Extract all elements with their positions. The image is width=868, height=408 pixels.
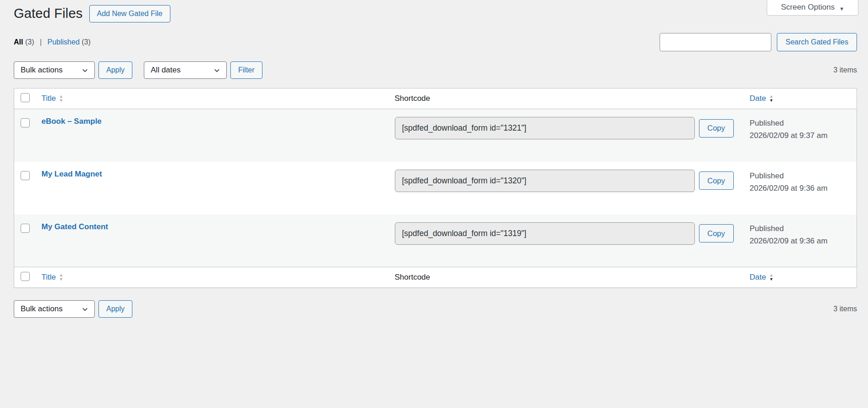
title-column-footer: Title ▲ ▼ — [35, 267, 390, 288]
items-count: 3 items — [833, 305, 857, 313]
bulk-actions-top: Bulk actions Apply All dates Filter — [14, 61, 262, 79]
gated-file-title-link[interactable]: eBook – Sample — [42, 117, 102, 126]
row-shortcode-cell: Copy — [390, 109, 745, 162]
screen-options-toggle[interactable]: Screen Options ▼ — [767, 0, 858, 16]
row-select-cell — [14, 215, 35, 267]
gated-files-table: Title ▲ ▼ Shortcode Date ▲ ▼ — [14, 88, 857, 288]
views-and-search-row: All (3) | Published (3) Search Gated Fil… — [14, 33, 857, 51]
sort-by-date-link[interactable]: Date ▲ ▼ — [750, 94, 774, 103]
select-all-checkbox[interactable] — [21, 93, 30, 102]
row-date-cell: Published 2026/02/09 at 9:37 am — [745, 109, 857, 162]
apply-button[interactable]: Apply — [98, 300, 132, 318]
view-published-link[interactable]: Published — [48, 38, 80, 46]
search-gated-files-button[interactable]: Search Gated Files — [777, 33, 857, 51]
table-row: My Gated Content Copy Published 2026/02/… — [14, 215, 857, 267]
title-column-header: Title ▲ ▼ — [35, 88, 390, 109]
view-separator: | — [40, 38, 42, 46]
chevron-down-icon — [81, 305, 89, 313]
row-date-cell: Published 2026/02/09 at 9:36 am — [745, 215, 857, 267]
screen-options-label: Screen Options — [781, 3, 835, 12]
gated-file-title-link[interactable]: My Gated Content — [42, 222, 108, 231]
date-column-footer: Date ▲ ▼ — [745, 267, 857, 288]
add-new-gated-file-button[interactable]: Add New Gated File — [89, 5, 170, 22]
admin-page: Screen Options ▼ Gated Files Add New Gat… — [0, 0, 868, 318]
row-date-cell: Published 2026/02/09 at 9:36 am — [745, 162, 857, 215]
bulk-actions-select[interactable]: Bulk actions — [14, 300, 95, 318]
copy-shortcode-button[interactable]: Copy — [699, 224, 734, 243]
view-all-link[interactable]: All — [14, 38, 23, 46]
view-filters: All (3) | Published (3) — [14, 38, 91, 46]
row-title-cell: My Gated Content — [35, 215, 390, 267]
shortcode-input[interactable] — [395, 222, 695, 245]
date-column-header: Date ▲ ▼ — [745, 88, 857, 109]
publish-status: Published — [750, 117, 857, 129]
row-select-cell — [14, 162, 35, 215]
sort-arrows-icon: ▲ ▼ — [769, 95, 773, 102]
bulk-actions-bottom: Bulk actions Apply — [14, 300, 132, 318]
table-nav-top: Bulk actions Apply All dates Filter 3 it… — [14, 61, 857, 79]
select-all-header-cell — [14, 88, 35, 109]
table-row: My Lead Magnet Copy Published 2026/02/09… — [14, 162, 857, 215]
bulk-actions-select[interactable]: Bulk actions — [14, 61, 95, 79]
select-all-footer-cell — [14, 267, 35, 288]
table-row: eBook – Sample Copy Published 2026/02/09… — [14, 109, 857, 162]
chevron-down-icon — [81, 66, 89, 74]
table-header: Title ▲ ▼ Shortcode Date ▲ ▼ — [14, 88, 857, 109]
publish-date: 2026/02/09 at 9:36 am — [750, 235, 857, 247]
bulk-actions-selected-value: Bulk actions — [21, 304, 63, 314]
row-title-cell: eBook – Sample — [35, 109, 390, 162]
items-count: 3 items — [833, 66, 857, 74]
filter-button[interactable]: Filter — [230, 61, 262, 79]
sort-by-date-link[interactable]: Date ▲ ▼ — [750, 273, 774, 282]
bulk-actions-selected-value: Bulk actions — [21, 66, 63, 75]
publish-status: Published — [750, 222, 857, 235]
view-all-count: (3) — [25, 38, 34, 46]
publish-status: Published — [750, 170, 857, 182]
shortcode-input[interactable] — [395, 117, 695, 139]
sort-arrows-icon: ▲ ▼ — [769, 274, 773, 281]
shortcode-input[interactable] — [395, 170, 695, 192]
row-title-cell: My Lead Magnet — [35, 162, 390, 215]
publish-date: 2026/02/09 at 9:37 am — [750, 129, 857, 142]
table-footer: Title ▲ ▼ Shortcode Date ▲ ▼ — [14, 267, 857, 288]
search-box: Search Gated Files — [660, 33, 857, 51]
row-checkbox[interactable] — [21, 224, 30, 233]
publish-date: 2026/02/09 at 9:36 am — [750, 182, 857, 194]
sort-arrows-icon: ▲ ▼ — [59, 95, 63, 102]
chevron-down-icon: ▼ — [839, 6, 844, 11]
page-title: Gated Files — [14, 5, 83, 22]
table-body: eBook – Sample Copy Published 2026/02/09… — [14, 109, 857, 267]
row-shortcode-cell: Copy — [390, 162, 745, 215]
chevron-down-icon — [213, 66, 221, 74]
table-nav-bottom: Bulk actions Apply 3 items — [14, 300, 857, 318]
apply-button[interactable]: Apply — [98, 61, 132, 79]
select-all-checkbox[interactable] — [21, 272, 30, 281]
shortcode-column-header: Shortcode — [390, 88, 745, 109]
copy-shortcode-button[interactable]: Copy — [699, 119, 734, 138]
page-header: Gated Files Add New Gated File — [14, 0, 857, 22]
copy-shortcode-button[interactable]: Copy — [699, 171, 734, 190]
row-checkbox[interactable] — [21, 171, 30, 180]
view-published-count: (3) — [82, 38, 91, 46]
gated-file-title-link[interactable]: My Lead Magnet — [42, 170, 102, 178]
row-checkbox[interactable] — [21, 118, 30, 127]
sort-by-title-link[interactable]: Title ▲ ▼ — [42, 273, 63, 282]
row-shortcode-cell: Copy — [390, 215, 745, 267]
row-select-cell — [14, 109, 35, 162]
sort-arrows-icon: ▲ ▼ — [59, 274, 63, 281]
date-filter-selected-value: All dates — [151, 66, 180, 75]
search-input[interactable] — [660, 33, 771, 51]
date-filter-select[interactable]: All dates — [144, 61, 227, 79]
sort-by-title-link[interactable]: Title ▲ ▼ — [42, 94, 63, 103]
shortcode-column-footer: Shortcode — [390, 267, 745, 288]
